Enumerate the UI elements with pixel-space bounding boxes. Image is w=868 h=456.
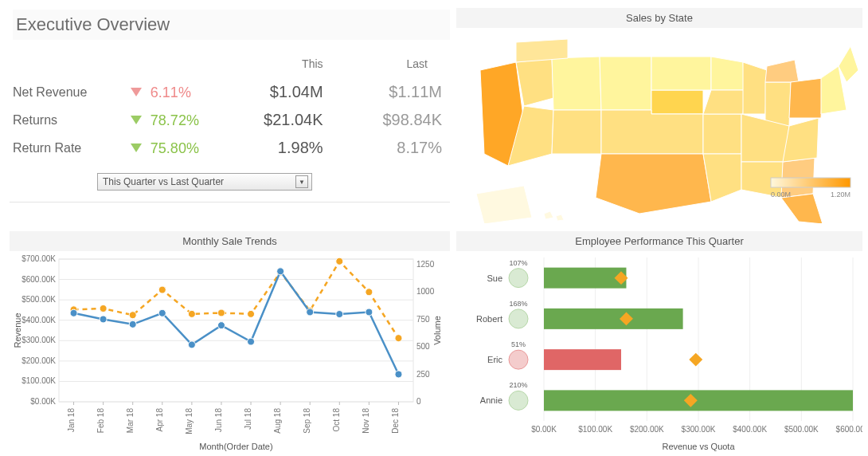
kpi-this: $1.04M	[240, 78, 345, 106]
svg-text:$600.00K: $600.00K	[836, 425, 862, 434]
svg-point-70	[395, 371, 402, 378]
svg-text:Jan 18: Jan 18	[67, 408, 76, 432]
svg-text:168%: 168%	[509, 300, 527, 308]
svg-text:Apr 18: Apr 18	[155, 408, 164, 432]
svg-text:$500.00K: $500.00K	[784, 425, 819, 434]
kpi-last: $1.11M	[346, 78, 450, 106]
svg-point-64	[217, 322, 225, 329]
svg-text:$300.00K: $300.00K	[22, 336, 56, 344]
svg-text:Robert: Robert	[476, 314, 502, 324]
svg-point-53	[248, 310, 255, 317]
kpi-row: Returns 78.72% $21.04K $98.84K	[10, 106, 450, 134]
svg-text:51%: 51%	[511, 340, 526, 348]
svg-text:Feb 18: Feb 18	[96, 408, 105, 434]
svg-text:1250: 1250	[416, 260, 435, 269]
svg-point-60	[100, 316, 107, 323]
period-dropdown[interactable]: This Quarter vs Last Quarter ▼	[97, 173, 312, 191]
svg-text:210%: 210%	[509, 381, 527, 389]
svg-point-48	[100, 305, 107, 312]
svg-text:$400.00K: $400.00K	[733, 425, 767, 434]
svg-text:$0.00K: $0.00K	[531, 425, 557, 434]
svg-point-59	[70, 309, 77, 316]
svg-text:250: 250	[416, 370, 430, 379]
svg-text:Jul 18: Jul 18	[244, 408, 252, 430]
kpi-delta: 75.80%	[127, 134, 240, 162]
svg-rect-92	[544, 268, 626, 289]
svg-text:$200.00K: $200.00K	[630, 425, 664, 434]
col-last: Last	[346, 54, 450, 78]
kpi-this: $21.04K	[240, 106, 345, 134]
employee-title: Employee Performance This Quarter	[456, 231, 862, 251]
trends-panel: Monthly Sale Trends $0.00K$100.00K$200.0…	[10, 231, 450, 454]
svg-point-51	[188, 310, 195, 317]
trends-chart[interactable]: $0.00K$100.00K$200.00K$300.00K$400.00K$5…	[10, 251, 450, 454]
svg-text:Nov 18: Nov 18	[362, 408, 370, 434]
svg-point-61	[129, 320, 136, 328]
svg-point-50	[158, 286, 166, 293]
svg-text:Mar 18: Mar 18	[126, 408, 135, 434]
svg-text:$100.00K: $100.00K	[578, 425, 612, 434]
kpi-panel: Executive Overview This Last Net Revenue…	[10, 8, 450, 225]
svg-text:Dec 18: Dec 18	[391, 408, 400, 434]
map-panel: Sales by State	[456, 8, 862, 225]
svg-rect-107	[544, 390, 853, 411]
kpi-row: Net Revenue 6.11% $1.04M $1.11M	[10, 78, 450, 106]
svg-text:Sue: Sue	[487, 273, 502, 283]
employee-chart[interactable]: $0.00K$100.00K$200.00K$300.00K$400.00K$5…	[456, 251, 862, 454]
svg-text:Eric: Eric	[487, 355, 502, 364]
svg-text:750: 750	[416, 315, 430, 324]
svg-point-67	[307, 309, 314, 316]
kpi-label: Return Rate	[10, 134, 127, 162]
col-this: This	[240, 54, 345, 78]
svg-text:107%: 107%	[509, 259, 527, 267]
svg-point-94	[509, 309, 528, 328]
dropdown-label: This Quarter vs Last Quarter	[103, 176, 224, 187]
kpi-last: 8.17%	[346, 134, 450, 162]
svg-point-104	[509, 391, 528, 410]
svg-point-66	[277, 268, 284, 275]
employee-panel: Employee Performance This Quarter $0.00K…	[456, 231, 862, 454]
svg-text:$100.00K: $100.00K	[22, 376, 56, 385]
svg-rect-97	[544, 309, 683, 329]
svg-point-58	[395, 335, 402, 342]
svg-text:Volume: Volume	[432, 316, 442, 345]
svg-text:500: 500	[416, 342, 430, 351]
kpi-this: 1.98%	[240, 134, 345, 162]
arrow-down-icon	[131, 88, 142, 96]
svg-point-69	[366, 309, 373, 316]
legend-min: 0.00M	[771, 191, 791, 199]
trends-title: Monthly Sale Trends	[10, 231, 450, 251]
svg-text:Annie: Annie	[480, 395, 502, 405]
kpi-delta: 6.11%	[127, 78, 240, 106]
svg-text:0: 0	[416, 397, 421, 406]
legend-max: 1.20M	[831, 191, 850, 199]
kpi-label: Net Revenue	[10, 78, 127, 106]
arrow-down-icon	[131, 116, 142, 124]
us-map[interactable]: 0.00M 1.20M	[456, 28, 862, 223]
page-title: Executive Overview	[13, 10, 450, 40]
map-title: Sales by State	[456, 8, 862, 28]
svg-text:$400.00K: $400.00K	[22, 316, 56, 324]
arrow-down-icon	[131, 143, 142, 152]
svg-text:$0.00K: $0.00K	[30, 397, 56, 406]
svg-text:Aug 18: Aug 18	[273, 408, 282, 434]
svg-text:$600.00K: $600.00K	[22, 275, 56, 284]
svg-text:May 18: May 18	[185, 408, 194, 434]
svg-text:$500.00K: $500.00K	[22, 295, 56, 304]
kpi-table: This Last Net Revenue 6.11% $1.04M $1.11…	[10, 54, 450, 162]
kpi-last: $98.84K	[346, 106, 450, 134]
svg-rect-102	[544, 349, 621, 370]
chevron-down-icon: ▼	[295, 175, 308, 188]
svg-point-99	[509, 350, 528, 369]
svg-text:$200.00K: $200.00K	[22, 356, 56, 365]
svg-text:Oct 18: Oct 18	[332, 408, 341, 432]
svg-rect-0	[59, 259, 413, 402]
svg-point-68	[336, 311, 343, 318]
svg-point-65	[248, 338, 255, 345]
svg-text:$300.00K: $300.00K	[682, 425, 716, 434]
map-legend	[771, 178, 850, 187]
svg-text:Month(Order Date): Month(Order Date)	[199, 442, 272, 451]
svg-text:1000: 1000	[416, 287, 435, 296]
svg-text:$700.00K: $700.00K	[22, 254, 56, 263]
svg-point-49	[129, 312, 136, 319]
